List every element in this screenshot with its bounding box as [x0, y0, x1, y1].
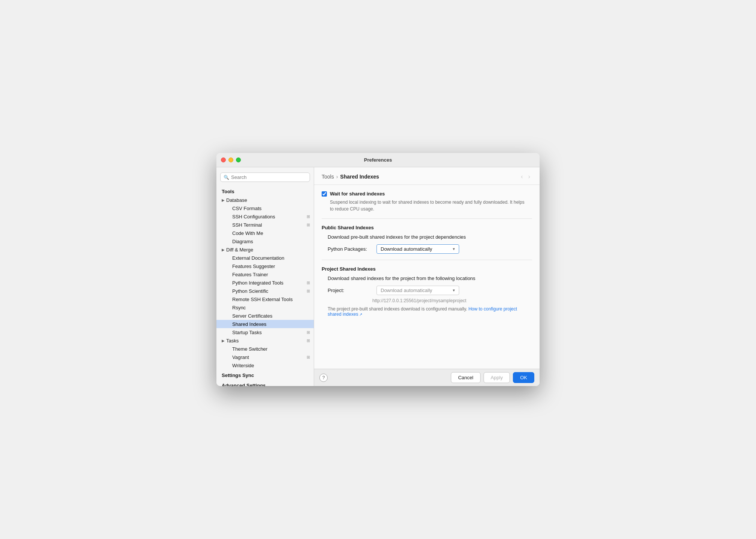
arrow-icon: ▶: [222, 248, 225, 252]
close-button[interactable]: [221, 157, 226, 162]
cancel-button[interactable]: Cancel: [451, 372, 480, 383]
settings-icon: ⊞: [307, 223, 310, 227]
sidebar-item-label: Code With Me: [232, 230, 263, 236]
settings-icon: ⊞: [307, 214, 310, 219]
sidebar-item-features-suggester[interactable]: Features Suggester: [216, 262, 314, 270]
search-input[interactable]: [231, 174, 307, 180]
content-header: Tools › Shared Indexes ‹ ›: [314, 167, 540, 185]
ok-button[interactable]: OK: [513, 372, 534, 383]
breadcrumb-current: Shared Indexes: [340, 174, 379, 180]
wait-for-shared-indexes-label: Wait for shared indexes: [330, 191, 385, 197]
note-text: The project pre-built shared indexes dow…: [328, 306, 467, 312]
minimize-button[interactable]: [228, 157, 233, 162]
sidebar-item-label: Python Scientific: [232, 288, 268, 294]
public-section-title: Public Shared Indexes: [322, 225, 532, 230]
sidebar-item-label: Startup Tasks: [232, 330, 262, 335]
preferences-window: Preferences 🔍 Tools ▶ Database CSV Forma…: [216, 153, 540, 386]
project-url: http://127.0.0.1:25561/project/mysamplep…: [372, 298, 532, 303]
search-icon: 🔍: [224, 175, 229, 180]
apply-button[interactable]: Apply: [484, 372, 510, 383]
sidebar-item-rsync[interactable]: Rsync: [216, 303, 314, 312]
sidebar-item-python-scientific[interactable]: Python Scientific ⊞: [216, 287, 314, 295]
titlebar: Preferences: [216, 153, 540, 167]
footer-buttons: Cancel Apply OK: [451, 372, 534, 383]
sidebar-item-label: SSH Configurations: [232, 214, 275, 220]
nav-forward-button[interactable]: ›: [526, 173, 532, 181]
sidebar-item-server-certificates[interactable]: Server Certificates: [216, 312, 314, 320]
search-input-wrap[interactable]: 🔍: [220, 173, 310, 182]
sidebar: 🔍 Tools ▶ Database CSV Formats SSH Confi…: [216, 167, 314, 386]
settings-icon: ⊞: [307, 289, 310, 294]
sidebar-section-tools: Tools: [216, 187, 314, 196]
sidebar-item-label: Theme Switcher: [232, 346, 268, 352]
sidebar-item-features-trainer[interactable]: Features Trainer: [216, 270, 314, 279]
window-title: Preferences: [364, 157, 392, 163]
breadcrumb-separator: ›: [336, 174, 338, 180]
python-packages-dropdown[interactable]: Download automatically ▾: [376, 244, 459, 254]
project-value: Download automatically: [381, 288, 432, 293]
content-panel: Tools › Shared Indexes ‹ › Wait for shar…: [314, 167, 540, 386]
settings-icon: ⊞: [307, 330, 310, 335]
sidebar-item-startup-tasks[interactable]: Startup Tasks ⊞: [216, 328, 314, 336]
sidebar-item-database[interactable]: ▶ Database: [216, 196, 314, 204]
sidebar-item-label: SSH Terminal: [232, 222, 262, 228]
nav-arrows: ‹ ›: [519, 173, 532, 181]
sidebar-item-label: CSV Formats: [232, 206, 262, 211]
sidebar-item-remote-ssh-external-tools[interactable]: Remote SSH External Tools: [216, 295, 314, 303]
sidebar-item-vagrant[interactable]: Vagrant ⊞: [216, 353, 314, 361]
sidebar-item-writerside[interactable]: Writerside: [216, 361, 314, 369]
settings-icon: ⊞: [307, 338, 310, 343]
sidebar-item-label: Rsync: [232, 305, 246, 310]
sidebar-item-label: Python Integrated Tools: [232, 280, 283, 286]
arrow-icon: ▶: [222, 198, 225, 202]
sidebar-item-ssh-terminal[interactable]: SSH Terminal ⊞: [216, 221, 314, 229]
sidebar-item-ssh-configurations[interactable]: SSH Configurations ⊞: [216, 212, 314, 221]
sidebar-item-external-documentation[interactable]: External Documentation: [216, 254, 314, 262]
python-packages-label: Python Packages:: [328, 246, 373, 252]
settings-icon: ⊞: [307, 280, 310, 285]
project-description: Download shared indexes for the project …: [328, 276, 532, 281]
wait-for-shared-indexes-checkbox[interactable]: [322, 191, 327, 197]
sidebar-item-tasks[interactable]: ▶ Tasks ⊞: [216, 336, 314, 345]
fullscreen-button[interactable]: [236, 157, 241, 162]
project-dropdown[interactable]: Download automatically ▾: [376, 286, 459, 295]
sidebar-item-theme-switcher[interactable]: Theme Switcher: [216, 345, 314, 353]
sidebar-item-shared-indexes[interactable]: Shared Indexes: [216, 320, 314, 328]
project-section-title: Project Shared Indexes: [322, 266, 532, 272]
python-packages-value: Download automatically: [381, 246, 432, 252]
content-body: Wait for shared indexes Suspend local in…: [314, 185, 540, 369]
project-label: Project:: [328, 288, 373, 293]
chevron-down-icon: ▾: [453, 247, 455, 251]
breadcrumb-parent[interactable]: Tools: [322, 174, 334, 180]
sidebar-item-label: Diagrams: [232, 239, 253, 244]
sidebar-section-settings-sync[interactable]: Settings Sync: [216, 371, 314, 380]
help-icon: ?: [322, 375, 325, 380]
sidebar-item-diagrams[interactable]: Diagrams: [216, 237, 314, 245]
breadcrumb: Tools › Shared Indexes: [322, 174, 379, 180]
sidebar-item-label: Diff & Merge: [226, 247, 253, 253]
traffic-lights: [221, 157, 241, 162]
sidebar-section-advanced-settings[interactable]: Advanced Settings: [216, 381, 314, 386]
sidebar-item-label: Features Suggester: [232, 263, 275, 269]
sidebar-item-label: Database: [226, 197, 247, 203]
sidebar-item-label: Remote SSH External Tools: [232, 297, 293, 302]
nav-back-button[interactable]: ‹: [519, 173, 525, 181]
chevron-down-icon: ▾: [453, 288, 455, 293]
sidebar-item-label: Tasks: [226, 338, 239, 344]
main-content: 🔍 Tools ▶ Database CSV Formats SSH Confi…: [216, 167, 540, 386]
sidebar-item-label: Writerside: [232, 363, 254, 368]
sidebar-item-python-integrated-tools[interactable]: Python Integrated Tools ⊞: [216, 279, 314, 287]
sidebar-item-label: External Documentation: [232, 255, 284, 261]
sidebar-item-diff-merge[interactable]: ▶ Diff & Merge: [216, 245, 314, 254]
sidebar-item-label: Features Trainer: [232, 272, 268, 277]
bottom-bar: ? Cancel Apply OK: [314, 369, 540, 386]
sidebar-item-label: Shared Indexes: [232, 321, 266, 327]
sidebar-item-csv-formats[interactable]: CSV Formats: [216, 204, 314, 212]
project-note: The project pre-built shared indexes dow…: [328, 306, 532, 317]
sidebar-item-code-with-me[interactable]: Code With Me: [216, 229, 314, 237]
settings-icon: ⊞: [307, 355, 310, 360]
python-packages-row: Python Packages: Download automatically …: [328, 244, 532, 254]
sidebar-item-label: Server Certificates: [232, 313, 272, 319]
wait-for-shared-indexes-row: Wait for shared indexes: [322, 191, 532, 197]
help-button[interactable]: ?: [319, 374, 328, 382]
